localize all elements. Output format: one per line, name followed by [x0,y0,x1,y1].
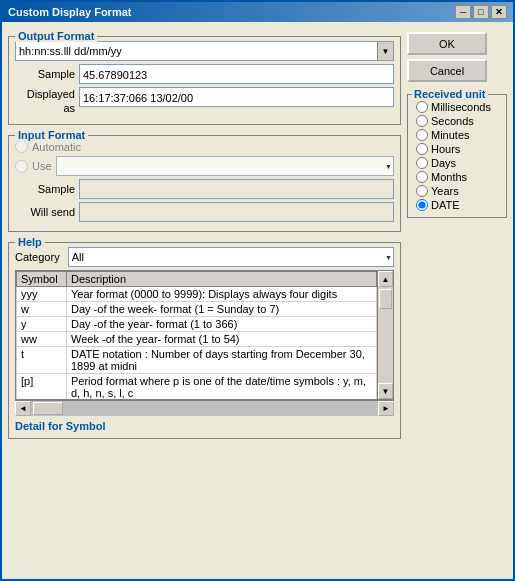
help-table-container: Symbol Description yyyYear format (0000 … [15,270,394,400]
ok-button[interactable]: OK [407,32,487,55]
scroll-thumb[interactable] [379,289,392,309]
right-panel: OK Cancel Received unit MillisecondsSeco… [407,28,507,439]
output-format-input[interactable] [16,42,377,60]
radio-days[interactable] [416,157,428,169]
description-cell: DATE notation : Number of days starting … [67,347,377,374]
table-row[interactable]: tDATE notation : Number of days starting… [17,347,377,374]
radio-months[interactable] [416,171,428,183]
scroll-down-btn[interactable]: ▼ [378,383,393,399]
detail-for-symbol: Detail for Symbol [15,420,394,432]
scroll-track[interactable] [378,287,393,383]
received-unit-radio-group: MillisecondsSecondsMinutesHoursDaysMonth… [412,99,502,211]
output-format-dropdown-btn[interactable]: ▼ [377,42,393,60]
title-bar: Custom Display Format ─ □ ✕ [2,2,513,22]
close-button[interactable]: ✕ [491,5,507,19]
vertical-scrollbar[interactable]: ▲ ▼ [377,271,393,399]
input-sample-value [79,179,394,199]
radio-item-minutes[interactable]: Minutes [416,129,502,141]
radio-seconds[interactable] [416,115,428,127]
symbol-cell: [p] [17,374,67,400]
table-row[interactable]: wwWeek -of the year- format (1 to 54) [17,332,377,347]
radio-item-hours[interactable]: Hours [416,143,502,155]
title-bar-buttons: ─ □ ✕ [455,5,507,19]
scroll-left-btn[interactable]: ◄ [15,401,31,416]
symbol-cell: yyy [17,287,67,302]
window-title: Custom Display Format [8,6,131,18]
received-unit-heading: Received unit [412,88,488,100]
description-cell: Day -of the week- format (1 = Sunday to … [67,302,377,317]
horizontal-scrollbar[interactable]: ◄ ► [15,400,394,416]
description-cell: Day -of the year- format (1 to 366) [67,317,377,332]
input-format-group: Input Format Automatic Use Sample [8,135,401,232]
radio-label-minutes: Minutes [431,129,470,141]
scroll-right-btn[interactable]: ► [378,401,394,416]
minimize-button[interactable]: ─ [455,5,471,19]
received-unit-group: Received unit MillisecondsSecondsMinutes… [407,94,507,218]
radio-item-days[interactable]: Days [416,157,502,169]
symbol-cell: y [17,317,67,332]
output-format-group: Output Format ▼ Sample 45.67890123 [8,36,401,125]
left-panel: Output Format ▼ Sample 45.67890123 [8,28,401,439]
use-row: Use [15,156,394,176]
displayed-label: Displayed [15,87,75,101]
description-col-header: Description [67,272,377,287]
table-row[interactable]: yDay -of the year- format (1 to 366) [17,317,377,332]
category-select[interactable]: All [68,247,394,267]
symbol-table: Symbol Description yyyYear format (0000 … [16,271,377,399]
symbol-col-header: Symbol [17,272,67,287]
input-sample-row: Sample [15,179,394,199]
radio-item-date[interactable]: DATE [416,199,502,211]
category-row: Category All [15,247,394,267]
radio-label-seconds: Seconds [431,115,474,127]
symbol-cell: ww [17,332,67,347]
automatic-row: Automatic [15,140,394,153]
table-row[interactable]: yyyYear format (0000 to 9999): Displays … [17,287,377,302]
use-select[interactable] [56,156,394,176]
sample-row: Sample 45.67890123 [15,64,394,84]
help-group: Help Category All [8,242,401,439]
output-format-row: ▼ [15,41,394,61]
automatic-label: Automatic [32,141,81,153]
use-label: Use [32,160,52,172]
radio-label-hours: Hours [431,143,460,155]
radio-hours[interactable] [416,143,428,155]
input-format-heading: Input Format [15,129,88,141]
will-send-label: Will send [15,206,75,218]
output-format-combo[interactable]: ▼ [15,41,394,61]
scroll-up-btn[interactable]: ▲ [378,271,393,287]
description-cell: Year format (0000 to 9999): Displays alw… [67,287,377,302]
displayed-row: Displayed as 16:17:37:066 13/02/00 [15,87,394,115]
automatic-radio[interactable] [15,140,28,153]
radio-item-years[interactable]: Years [416,185,502,197]
hscroll-track[interactable] [31,401,378,416]
displayed-as-label: as [15,101,75,115]
category-label: Category [15,251,60,263]
cancel-button[interactable]: Cancel [407,59,487,82]
displayed-value: 16:17:37:066 13/02/00 [79,87,394,107]
sample-label: Sample [15,68,75,80]
maximize-button[interactable]: □ [473,5,489,19]
use-radio[interactable] [15,160,28,173]
table-row[interactable]: [p]Period format where p is one of the d… [17,374,377,400]
radio-item-milliseconds[interactable]: Milliseconds [416,101,502,113]
main-window: Custom Display Format ─ □ ✕ Output Forma… [0,0,515,581]
content-area: Output Format ▼ Sample 45.67890123 [2,22,513,445]
help-heading: Help [15,236,45,248]
radio-milliseconds[interactable] [416,101,428,113]
description-cell: Period format where p is one of the date… [67,374,377,400]
output-format-label: Output Format [15,30,97,42]
radio-item-seconds[interactable]: Seconds [416,115,502,127]
radio-label-date: DATE [431,199,460,211]
hscroll-thumb[interactable] [33,402,63,415]
radio-label-months: Months [431,171,467,183]
radio-years[interactable] [416,185,428,197]
radio-item-months[interactable]: Months [416,171,502,183]
radio-label-milliseconds: Milliseconds [431,101,491,113]
symbol-cell: w [17,302,67,317]
help-table[interactable]: Symbol Description yyyYear format (0000 … [16,271,377,399]
table-row[interactable]: wDay -of the week- format (1 = Sunday to… [17,302,377,317]
input-sample-label: Sample [15,183,75,195]
radio-date[interactable] [416,199,428,211]
radio-minutes[interactable] [416,129,428,141]
sample-value: 45.67890123 [79,64,394,84]
